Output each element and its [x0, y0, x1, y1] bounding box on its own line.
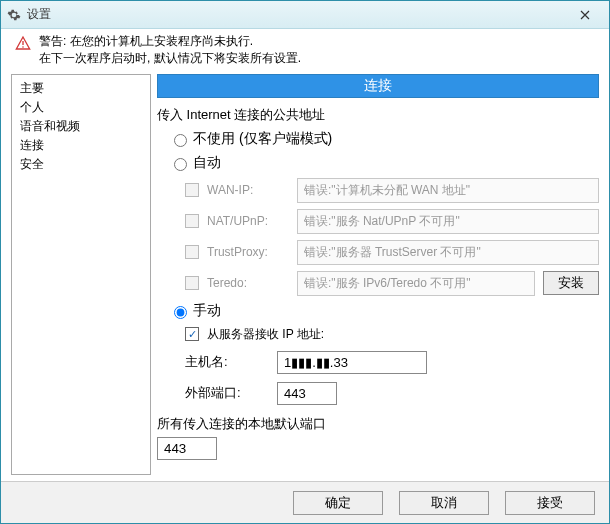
radio-manual-label: 手动 — [193, 302, 221, 320]
host-label: 主机名: — [185, 353, 267, 371]
trustproxy-checkbox — [185, 245, 199, 259]
local-port-group: 所有传入连接的本地默认端口 — [157, 415, 599, 460]
opt-wanip: WAN-IP: 错误:"计算机未分配 WAN 地址" — [185, 178, 599, 203]
sidebar-item-connect[interactable]: 连接 — [12, 136, 150, 155]
row-host: 主机名: — [185, 351, 599, 374]
opt-teredo: Teredo: 错误:"服务 IPv6/Teredo 不可用" 安装 — [185, 271, 599, 296]
panel-banner: 连接 — [157, 74, 599, 98]
teredo-field: 错误:"服务 IPv6/Teredo 不可用" — [297, 271, 535, 296]
accept-button[interactable]: 接受 — [505, 491, 595, 515]
radio-none[interactable]: 不使用 (仅客户端模式) — [169, 130, 599, 148]
close-icon — [580, 10, 590, 20]
svg-rect-1 — [22, 46, 23, 47]
svg-rect-0 — [22, 41, 23, 45]
warning-icon — [15, 35, 31, 51]
sidebar-item-main[interactable]: 主要 — [12, 79, 150, 98]
local-port-input[interactable] — [157, 437, 217, 460]
radio-none-input[interactable] — [174, 134, 187, 147]
radio-manual-input[interactable] — [174, 306, 187, 319]
settings-window: 设置 警告: 在您的计算机上安装程序尚未执行. 在下一次程序启动时, 默认情况下… — [0, 0, 610, 524]
opt-natupnp: NAT/UPnP: 错误:"服务 Nat/UPnP 不可用" — [185, 209, 599, 234]
opt-recv-ip[interactable]: 从服务器接收 IP 地址: — [185, 326, 599, 343]
ok-button[interactable]: 确定 — [293, 491, 383, 515]
cancel-button[interactable]: 取消 — [399, 491, 489, 515]
body: 主要 个人 语音和视频 连接 安全 连接 传入 Internet 连接的公共地址… — [1, 74, 609, 481]
teredo-checkbox — [185, 276, 199, 290]
local-port-label: 所有传入连接的本地默认端口 — [157, 415, 599, 433]
port-label: 外部端口: — [185, 384, 267, 402]
titlebar: 设置 — [1, 1, 609, 29]
trustproxy-label: TrustProxy: — [207, 245, 289, 259]
port-input[interactable] — [277, 382, 337, 405]
incoming-group-label: 传入 Internet 连接的公共地址 — [157, 106, 599, 124]
sidebar: 主要 个人 语音和视频 连接 安全 — [11, 74, 151, 475]
radio-none-label: 不使用 (仅客户端模式) — [193, 130, 332, 148]
window-title: 设置 — [27, 6, 563, 23]
warning-line2: 在下一次程序启动时, 默认情况下将安装所有设置. — [39, 50, 301, 67]
row-port: 外部端口: — [185, 382, 599, 405]
natupnp-label: NAT/UPnP: — [207, 214, 289, 228]
recv-ip-label: 从服务器接收 IP 地址: — [207, 326, 324, 343]
gear-icon — [7, 8, 21, 22]
trustproxy-field: 错误:"服务器 TrustServer 不可用" — [297, 240, 599, 265]
warning-bar: 警告: 在您的计算机上安装程序尚未执行. 在下一次程序启动时, 默认情况下将安装… — [1, 29, 609, 74]
teredo-install-button[interactable]: 安装 — [543, 271, 599, 295]
teredo-label: Teredo: — [207, 276, 289, 290]
host-input[interactable] — [277, 351, 427, 374]
wanip-checkbox — [185, 183, 199, 197]
radio-auto-input[interactable] — [174, 158, 187, 171]
sidebar-item-voice[interactable]: 语音和视频 — [12, 117, 150, 136]
radio-manual[interactable]: 手动 — [169, 302, 599, 320]
opt-trustproxy: TrustProxy: 错误:"服务器 TrustServer 不可用" — [185, 240, 599, 265]
warning-text: 警告: 在您的计算机上安装程序尚未执行. 在下一次程序启动时, 默认情况下将安装… — [39, 33, 301, 68]
footer: 确定 取消 接受 — [1, 481, 609, 523]
sidebar-item-personal[interactable]: 个人 — [12, 98, 150, 117]
radio-auto-label: 自动 — [193, 154, 221, 172]
wanip-label: WAN-IP: — [207, 183, 289, 197]
natupnp-field: 错误:"服务 Nat/UPnP 不可用" — [297, 209, 599, 234]
close-button[interactable] — [563, 4, 607, 26]
main-panel: 连接 传入 Internet 连接的公共地址 不使用 (仅客户端模式) 自动 W… — [157, 74, 599, 475]
radio-auto[interactable]: 自动 — [169, 154, 599, 172]
wanip-field: 错误:"计算机未分配 WAN 地址" — [297, 178, 599, 203]
warning-line1: 警告: 在您的计算机上安装程序尚未执行. — [39, 33, 301, 50]
recv-ip-checkbox[interactable] — [185, 327, 199, 341]
sidebar-item-security[interactable]: 安全 — [12, 155, 150, 174]
natupnp-checkbox — [185, 214, 199, 228]
